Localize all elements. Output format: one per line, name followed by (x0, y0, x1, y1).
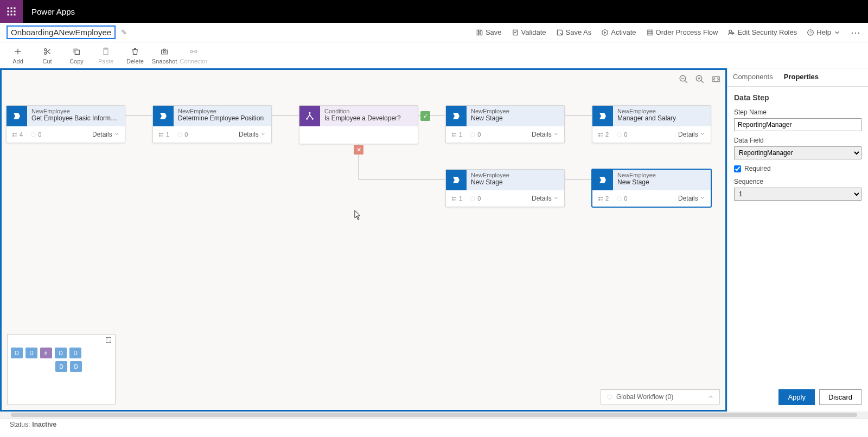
required-checkbox[interactable] (734, 165, 741, 172)
scissors-icon (43, 47, 52, 56)
steps-icon (451, 132, 457, 138)
svg-rect-36 (159, 135, 160, 136)
save-as-button[interactable]: Save As (556, 28, 592, 36)
snapshot-button[interactable]: Snapshot (150, 46, 179, 65)
fit-icon (711, 74, 721, 84)
app-header: Power Apps (0, 0, 868, 23)
zoom-out-icon (679, 74, 688, 84)
svg-rect-15 (75, 50, 79, 54)
chevron-up-icon (707, 394, 714, 400)
stage-node-selected[interactable]: NewEmployeeNew Stage 2 0 Details (592, 169, 711, 207)
svg-point-21 (195, 50, 197, 53)
step-name-label: Step Name (734, 108, 861, 116)
edit-name-icon[interactable]: ✎ (121, 28, 127, 36)
required-label: Required (744, 165, 771, 172)
global-workflow-bar[interactable]: Global Workflow (0) (601, 389, 720, 404)
triggers-icon (616, 132, 622, 138)
expand-icon[interactable] (105, 337, 112, 343)
stage-icon (592, 106, 613, 126)
triggers-icon (470, 196, 476, 202)
svg-rect-44 (598, 133, 599, 134)
copy-button[interactable]: Copy (62, 46, 91, 65)
stage-node[interactable]: NewEmployeeGet Employee Basic Informatio… (6, 105, 125, 143)
stage-node[interactable]: NewEmployeeNew Stage 1 0 Details (445, 169, 565, 207)
paste-button: Paste (91, 46, 120, 65)
help-button[interactable]: ?Help (807, 28, 841, 36)
svg-point-10 (729, 30, 732, 33)
details-toggle[interactable]: Details (678, 195, 705, 202)
save-button[interactable]: Save (476, 28, 502, 36)
validate-button[interactable]: Validate (512, 28, 546, 36)
stage-node[interactable]: NewEmployeeDetermine Employee Position 1… (152, 105, 272, 143)
cut-button[interactable]: Cut (33, 46, 62, 65)
details-toggle[interactable]: Details (239, 131, 266, 138)
chevron-down-icon (553, 195, 559, 201)
zoom-in-icon (695, 74, 705, 84)
svg-point-37 (178, 132, 182, 136)
svg-point-54 (608, 395, 612, 399)
triggers-icon (177, 132, 183, 138)
sequence-select[interactable]: 1 (734, 188, 861, 201)
details-toggle[interactable]: Details (678, 131, 705, 138)
cursor-icon (354, 210, 362, 221)
tab-properties[interactable]: Properties (778, 68, 824, 86)
stage-icon (446, 170, 467, 190)
details-toggle[interactable]: Details (532, 195, 559, 202)
data-field-select[interactable]: ReportingManager (734, 146, 861, 159)
stage-node[interactable]: NewEmployeeNew Stage 1 0 Details (445, 105, 565, 143)
svg-point-46 (617, 132, 621, 136)
svg-rect-32 (12, 133, 14, 134)
horizontal-scrollbar[interactable] (0, 412, 868, 418)
edit-toolbar: Add Cut Copy Paste Delete Snapshot Conne… (0, 42, 868, 68)
activate-button[interactable]: Activate (601, 28, 636, 36)
triggers-icon (470, 132, 476, 138)
svg-point-39 (306, 118, 308, 120)
plus-icon (14, 47, 22, 56)
step-name-input[interactable] (734, 118, 861, 131)
apply-button[interactable]: Apply (778, 389, 815, 405)
designer-canvas[interactable]: NewEmployeeGet Employee Basic Informatio… (0, 68, 727, 412)
edit-roles-button[interactable]: Edit Security Roles (727, 28, 797, 36)
details-toggle[interactable]: Details (532, 131, 559, 138)
svg-rect-4 (11, 11, 12, 12)
zoom-out-button[interactable] (679, 74, 688, 84)
trash-icon (131, 47, 139, 56)
svg-rect-6 (8, 14, 9, 16)
svg-rect-5 (14, 11, 16, 12)
flow-name[interactable]: OnboardingANewEmployee (7, 25, 116, 39)
condition-node[interactable]: ConditionIs Employee a Developer? (299, 105, 418, 144)
properties-panel: Components Properties Data Step Step Nam… (727, 68, 868, 412)
steps-icon (598, 196, 604, 202)
triggers-icon (616, 196, 622, 202)
delete-button[interactable]: Delete (120, 46, 150, 65)
svg-point-34 (31, 132, 35, 136)
steps-icon (598, 132, 604, 138)
workflow-icon (607, 394, 613, 400)
save-icon (476, 29, 483, 36)
zoom-in-button[interactable] (695, 74, 705, 84)
stage-icon (446, 106, 467, 126)
fit-button[interactable] (711, 74, 721, 84)
camera-icon (160, 47, 169, 56)
more-commands[interactable]: ⋯ (851, 27, 861, 38)
add-button[interactable]: Add (3, 46, 33, 65)
status-bar: Status: Inactive (0, 418, 868, 430)
svg-point-40 (312, 118, 314, 120)
stage-node[interactable]: NewEmployeeManager and Salary 2 0 Detail… (592, 105, 711, 143)
details-toggle[interactable]: Details (92, 131, 119, 138)
svg-rect-35 (159, 133, 160, 134)
svg-point-20 (190, 50, 193, 53)
stage-icon (7, 106, 27, 126)
validate-icon (512, 29, 519, 36)
discard-button[interactable]: Discard (819, 389, 861, 405)
steps-icon (12, 132, 18, 138)
chevron-down-icon (260, 131, 266, 137)
save-as-icon (556, 29, 564, 36)
waffle-menu[interactable] (0, 0, 23, 23)
svg-rect-45 (598, 135, 599, 136)
svg-point-38 (309, 112, 311, 114)
chevron-down-icon (553, 131, 559, 137)
order-process-button[interactable]: Order Process Flow (646, 28, 718, 36)
minimap[interactable]: D D ⋔ D D D D (7, 334, 116, 404)
tab-components[interactable]: Components (727, 68, 778, 86)
